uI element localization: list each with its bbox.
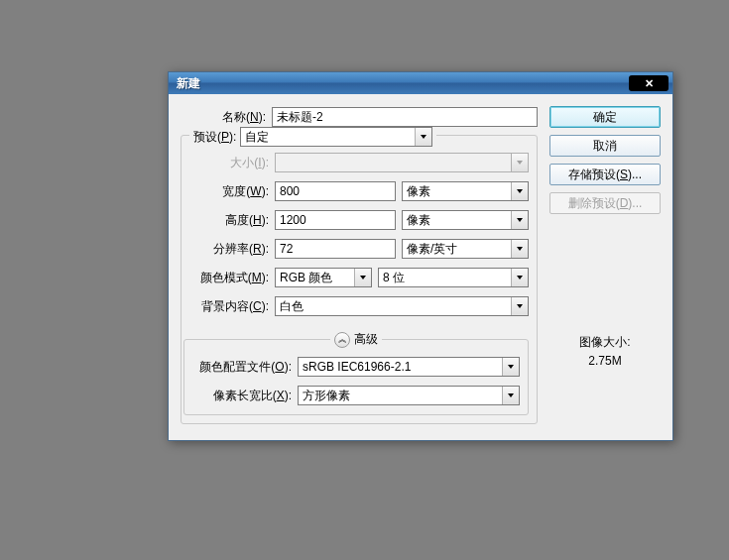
new-document-dialog: 新建 ✕ 名称(N): 预设(P): 自定 [168, 71, 673, 441]
name-input[interactable] [272, 107, 538, 127]
colormode-select[interactable]: RGB 颜色 [275, 268, 372, 287]
resolution-row: 分辨率(R): 像素/英寸 [183, 238, 529, 260]
image-size-value: 2.75M [549, 352, 661, 371]
name-label: 名称(N): [181, 109, 266, 126]
resolution-unit-select[interactable]: 像素/英寸 [402, 239, 529, 259]
preset-value: 自定 [245, 129, 269, 146]
colorbits-value: 8 位 [383, 270, 405, 286]
colorprofile-select[interactable]: sRGB IEC61966-2.1 [298, 357, 520, 377]
height-label: 高度(H): [183, 212, 269, 229]
height-row: 高度(H): 像素 [183, 209, 529, 231]
resolution-input[interactable] [275, 239, 396, 259]
bgcontent-label: 背景内容(C): [183, 298, 269, 315]
size-label: 大小(I): [183, 155, 269, 171]
bgcontent-row: 背景内容(C): 白色 [183, 295, 529, 317]
width-input[interactable] [275, 181, 396, 201]
width-label: 宽度(W): [183, 183, 269, 200]
chevron-down-icon [511, 154, 528, 171]
resolution-unit-value: 像素/英寸 [407, 241, 457, 258]
advanced-legend[interactable]: ︽ 高级 [330, 331, 382, 348]
image-size-info: 图像大小: 2.75M [549, 333, 661, 371]
chevron-down-icon [502, 358, 519, 376]
preset-legend: 预设(P): 自定 [189, 127, 436, 147]
bgcontent-select[interactable]: 白色 [275, 296, 529, 316]
image-size-label: 图像大小: [549, 333, 661, 352]
pixelaspect-select[interactable]: 方形像素 [298, 386, 520, 405]
close-button[interactable]: ✕ [629, 75, 668, 91]
chevron-down-icon [354, 269, 371, 286]
right-panel: 确定 取消 存储预设(S)... 删除预设(D)... 图像大小: 2.75M [549, 106, 661, 424]
cancel-button[interactable]: 取消 [549, 135, 661, 157]
resolution-label: 分辨率(R): [183, 241, 269, 258]
titlebar[interactable]: 新建 ✕ [169, 72, 672, 94]
chevron-down-icon [511, 211, 528, 229]
advanced-label: 高级 [354, 331, 378, 348]
chevron-down-icon [511, 269, 528, 286]
chevron-down-icon [502, 387, 519, 404]
preset-fieldset: 预设(P): 自定 大小(I): 宽度(W): [181, 135, 538, 424]
colormode-row: 颜色模式(M): RGB 颜色 8 位 [183, 267, 529, 288]
colorprofile-label: 颜色配置文件(O): [186, 359, 292, 376]
close-icon: ✕ [645, 77, 654, 90]
pixelaspect-value: 方形像素 [303, 388, 350, 404]
pixelaspect-row: 像素长宽比(X): 方形像素 [186, 385, 520, 406]
size-select [275, 153, 529, 172]
height-unit-select[interactable]: 像素 [402, 210, 529, 230]
preset-select[interactable]: 自定 [240, 127, 432, 147]
colormode-label: 颜色模式(M): [183, 270, 269, 286]
chevron-down-icon [511, 182, 528, 200]
size-row: 大小(I): [183, 152, 529, 173]
collapse-icon: ︽ [334, 332, 350, 348]
dialog-content: 名称(N): 预设(P): 自定 大小(I): [169, 94, 672, 440]
bgcontent-value: 白色 [280, 298, 304, 315]
height-input[interactable] [275, 210, 396, 230]
width-unit-value: 像素 [407, 183, 430, 200]
chevron-down-icon [511, 240, 528, 258]
height-unit-value: 像素 [407, 212, 430, 229]
chevron-down-icon [415, 128, 431, 146]
colormode-value: RGB 颜色 [280, 270, 332, 286]
dialog-title: 新建 [177, 75, 200, 92]
ok-button[interactable]: 确定 [549, 106, 661, 128]
colorprofile-value: sRGB IEC61966-2.1 [303, 360, 411, 374]
preset-label: 预设(P): [193, 129, 236, 146]
width-row: 宽度(W): 像素 [183, 180, 529, 202]
name-row: 名称(N): [181, 106, 538, 128]
pixelaspect-label: 像素长宽比(X): [186, 388, 292, 404]
save-preset-button[interactable]: 存储预设(S)... [549, 164, 661, 185]
left-panel: 名称(N): 预设(P): 自定 大小(I): [181, 106, 538, 424]
advanced-fieldset: ︽ 高级 颜色配置文件(O): sRGB IEC61966-2.1 像素长宽比(… [183, 339, 529, 415]
chevron-down-icon [511, 297, 528, 315]
width-unit-select[interactable]: 像素 [402, 181, 529, 201]
delete-preset-button: 删除预设(D)... [549, 192, 661, 214]
colorprofile-row: 颜色配置文件(O): sRGB IEC61966-2.1 [186, 356, 520, 378]
colorbits-select[interactable]: 8 位 [378, 268, 529, 287]
